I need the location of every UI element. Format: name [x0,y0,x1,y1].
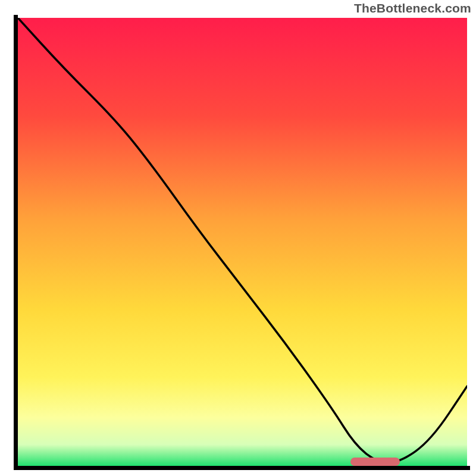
bottleneck-curve [18,18,467,467]
x-axis-line [15,466,470,470]
watermark-text: TheBottleneck.com [354,1,471,15]
curve-path [18,18,467,462]
bottleneck-chart: TheBottleneck.com [0,0,476,476]
plot-area [18,18,467,467]
optimal-range-marker [350,458,400,466]
y-axis-line [14,15,18,470]
